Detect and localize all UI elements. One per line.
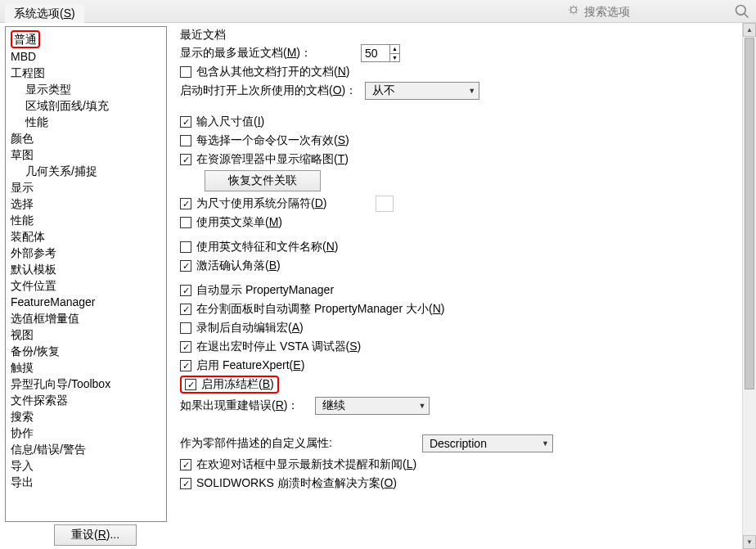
include-other-label: 包含从其他文档打开的文档(N) [196,65,349,79]
search-input[interactable] [583,4,730,19]
cb-freeze-bar[interactable] [185,379,196,390]
svg-point-0 [571,7,577,13]
spinner-down-icon[interactable]: ▼ [390,54,399,62]
reset-button[interactable]: 重设(R)... [54,524,137,546]
sidebar-item-6[interactable]: 颜色 [7,130,164,146]
content-panel: 最近文档 显示的最多最近文档(M)： ▲▼ 包含从其他文档打开的文档(N) 启动… [167,23,756,522]
sidebar-item-13[interactable]: 外部参考 [7,245,164,261]
scroll-thumb[interactable] [745,38,754,389]
custom-prop-select[interactable]: Description▼ [422,434,553,452]
sidebar-item-25[interactable]: 信息/错误/警告 [7,441,164,457]
open-last-label: 启动时打开上次所使用的文档(O)： [180,83,357,98]
cb-stop-vsta[interactable] [180,341,191,353]
freeze-bar-highlight: 启用冻结栏(B) [180,376,279,394]
sidebar-item-19[interactable]: 备份/恢复 [7,343,164,359]
sidebar-item-20[interactable]: 触摸 [7,359,164,376]
tab-system-options[interactable]: 系统选项(S) [5,4,84,23]
sidebar-item-7[interactable]: 草图 [7,146,164,163]
sidebar-item-10[interactable]: 选择 [7,196,164,212]
sidebar-item-23[interactable]: 搜索 [7,408,164,425]
vertical-scrollbar[interactable]: ▲ ▼ [742,23,756,549]
svg-point-1 [736,5,746,15]
sidebar-item-11[interactable]: 性能 [7,212,164,228]
open-last-select[interactable]: 从不▼ [365,82,479,100]
custom-prop-label: 作为零部件描述的自定义属性: [180,436,332,451]
rebuild-error-label: 如果出现重建错误(R)： [180,398,299,413]
sidebar-item-14[interactable]: 默认模板 [7,261,164,277]
max-recent-spinner[interactable]: ▲▼ [361,44,400,62]
sidebar-item-0[interactable]: 普通 [7,30,164,48]
main-area: 普通MBD工程图显示类型区域剖面线/填充性能颜色草图几何关系/捕捉显示选择性能装… [0,23,756,522]
scroll-up-icon[interactable]: ▲ [743,23,756,37]
cb-auto-property-manager[interactable] [180,285,191,296]
search-icon[interactable] [733,2,751,20]
sidebar-item-5[interactable]: 性能 [7,114,164,130]
sidebar: 普通MBD工程图显示类型区域剖面线/填充性能颜色草图几何关系/捕捉显示选择性能装… [5,26,167,522]
sidebar-item-8[interactable]: 几何关系/捕捉 [7,163,164,179]
sidebar-item-18[interactable]: 视图 [7,326,164,343]
sidebar-item-9[interactable]: 显示 [7,179,164,196]
cb-edit-macro[interactable] [180,322,191,334]
cb-single-command[interactable] [180,135,191,146]
sidebar-item-2[interactable]: 工程图 [7,65,164,81]
chevron-down-icon: ▼ [468,87,475,95]
cb-sw-crash-check[interactable] [180,478,191,489]
chevron-down-icon: ▼ [419,402,426,410]
open-last-row: 启动时打开上次所使用的文档(O)： 从不▼ [180,82,748,100]
cb-input-dim[interactable] [180,116,191,128]
cb-show-thumbnails[interactable] [180,154,191,165]
sidebar-item-1[interactable]: MBD [7,48,164,65]
spinner-up-icon[interactable]: ▲ [390,45,399,54]
rebuild-error-select[interactable]: 继续▼ [315,397,430,415]
chevron-down-icon: ▼ [542,439,549,448]
cb-featurexpert[interactable] [180,360,191,371]
top-bar: 系统选项(S) [0,0,756,23]
svg-line-2 [745,13,749,17]
sidebar-item-27[interactable]: 导出 [7,474,164,490]
sidebar-item-15[interactable]: 文件位置 [7,277,164,294]
sidebar-item-21[interactable]: 异型孔向导/Toolbox [7,376,164,392]
cb-system-separator[interactable] [180,198,191,209]
sidebar-item-3[interactable]: 显示类型 [7,81,164,97]
sidebar-item-17[interactable]: 选值框增量值 [7,310,164,326]
sidebar-item-4[interactable]: 区域剖面线/填充 [7,97,164,114]
cb-auto-resize-pm[interactable] [180,304,191,315]
gear-search-icon [568,4,579,18]
cb-english-features[interactable] [180,241,191,253]
include-other-row: 包含从其他文档打开的文档(N) [180,63,748,81]
recent-docs-title: 最近文档 [180,28,748,43]
separator-preview [376,196,394,212]
scroll-down-icon[interactable]: ▼ [743,535,756,549]
cb-confirm-corner[interactable] [180,260,191,272]
sidebar-item-16[interactable]: FeatureManager [7,294,164,310]
sidebar-item-22[interactable]: 文件探索器 [7,392,164,408]
max-recent-value[interactable] [362,45,389,61]
cb-english-menu[interactable] [180,217,191,228]
sidebar-item-24[interactable]: 协作 [7,425,164,441]
max-recent-label: 显示的最多最近文档(M)： [180,46,312,61]
search-wrap [568,2,751,20]
cb-welcome-news[interactable] [180,459,191,470]
sidebar-item-26[interactable]: 导入 [7,457,164,474]
restore-file-assoc-button[interactable]: 恢复文件关联 [205,170,321,191]
sidebar-item-12[interactable]: 装配体 [7,228,164,245]
max-recent-row: 显示的最多最近文档(M)： ▲▼ [180,44,748,62]
include-other-checkbox[interactable] [180,66,191,78]
